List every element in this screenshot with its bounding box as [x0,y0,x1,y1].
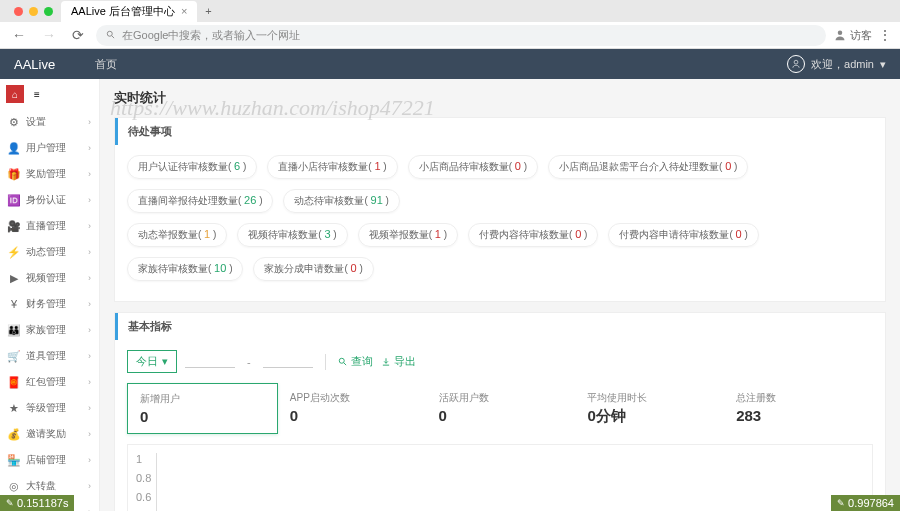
pending-pill[interactable]: 直播小店待审核数量( 1 ) [267,155,397,179]
stat-value: 0 [439,407,564,424]
reload-button[interactable]: ⟳ [68,27,88,43]
sidebar-item-2[interactable]: 🎁奖励管理› [0,161,99,187]
sidebar-toggle-home[interactable]: ⌂ [6,85,24,103]
main-content: 实时统计 待处事项 用户认证待审核数量( 6 )直播小店待审核数量( 1 )小店… [100,79,900,511]
sidebar-toggle-menu[interactable]: ≡ [28,85,46,103]
sidebar-icon: 💰 [8,428,20,440]
pending-pill[interactable]: 视频举报数量( 1 ) [358,223,458,247]
maximize-window-icon[interactable] [44,7,53,16]
stat-value: 0分钟 [587,407,712,426]
pending-pill[interactable]: 用户认证待审核数量( 6 ) [127,155,257,179]
chevron-right-icon: › [88,195,91,205]
browser-chrome: AALive 后台管理中心 × + ← → ⟳ 在Google中搜索，或者输入一… [0,0,900,49]
metrics-toolbar: 今日 ▾ - 查询 导出 [127,350,873,373]
chevron-right-icon: › [88,273,91,283]
chart-area [156,453,864,511]
chevron-right-icon: › [88,117,91,127]
sidebar-icon: ¥ [8,298,20,310]
stat-box[interactable]: 新增用户0 [127,383,278,434]
sidebar-item-label: 用户管理 [26,141,82,155]
stat-value: 0 [290,407,415,424]
sidebar-item-4[interactable]: 🎥直播管理› [0,213,99,239]
sidebar-item-label: 动态管理 [26,245,82,259]
sidebar-item-0[interactable]: ⚙设置› [0,109,99,135]
pending-header: 待处事项 [115,118,885,145]
sidebar-icon: 🛒 [8,350,20,362]
sidebar-item-label: 等级管理 [26,401,82,415]
browser-tab[interactable]: AALive 后台管理中心 × [61,1,197,22]
pending-pill[interactable]: 直播间举报待处理数量( 26 ) [127,189,273,213]
avatar-icon [787,55,805,73]
stat-box[interactable]: 活跃用户数0 [427,383,576,434]
app-header: AALive 首页 欢迎，admin ▾ [0,49,900,79]
close-window-icon[interactable] [14,7,23,16]
sidebar-icon: 🆔 [8,194,20,206]
forward-button[interactable]: → [38,27,60,43]
sidebar-item-9[interactable]: 🛒道具管理› [0,343,99,369]
date-range-select[interactable]: 今日 ▾ [127,350,177,373]
date-from-input[interactable] [185,356,235,368]
sidebar-item-5[interactable]: ⚡动态管理› [0,239,99,265]
pending-pill[interactable]: 家族分成申请数量( 0 ) [253,257,373,281]
address-input[interactable]: 在Google中搜索，或者输入一个网址 [96,25,826,46]
stat-label: 新增用户 [140,392,265,406]
minimize-window-icon[interactable] [29,7,38,16]
pending-pill[interactable]: 小店商品待审核数量( 0 ) [408,155,538,179]
stat-box[interactable]: APP启动次数0 [278,383,427,434]
sidebar-item-10[interactable]: 🧧红包管理› [0,369,99,395]
address-placeholder: 在Google中搜索，或者输入一个网址 [122,28,300,43]
sidebar-icon: ◎ [8,480,20,492]
export-icon [381,357,391,367]
stat-box[interactable]: 总注册数283 [724,383,873,434]
pending-pill[interactable]: 视频待审核数量( 3 ) [237,223,347,247]
nav-home[interactable]: 首页 [95,57,117,72]
brand-logo[interactable]: AALive [14,57,55,72]
sidebar-item-label: 红包管理 [26,375,82,389]
svg-line-5 [343,362,346,365]
pending-pill[interactable]: 付费内容申请待审核数量( 0 ) [608,223,758,247]
sidebar-item-label: 身份认证 [26,193,82,207]
back-button[interactable]: ← [8,27,30,43]
chevron-down-icon: ▾ [162,355,168,368]
window-controls[interactable] [6,7,61,16]
svg-point-3 [794,60,798,64]
new-tab-button[interactable]: + [197,5,219,17]
sidebar-item-12[interactable]: 💰邀请奖励› [0,421,99,447]
date-separator: - [243,356,255,368]
browser-user-button[interactable]: 访客 [834,28,872,43]
pending-pill[interactable]: 动态待审核数量( 91 ) [283,189,399,213]
sidebar-item-11[interactable]: ★等级管理› [0,395,99,421]
sidebar-icon: ⚡ [8,246,20,258]
sidebar-item-7[interactable]: ¥财务管理› [0,291,99,317]
sidebar-item-label: 家族管理 [26,323,82,337]
sidebar-item-1[interactable]: 👤用户管理› [0,135,99,161]
sidebar-item-6[interactable]: ▶视频管理› [0,265,99,291]
pending-pill[interactable]: 小店商品退款需平台介入待处理数量( 0 ) [548,155,748,179]
sidebar-icon: 🎁 [8,168,20,180]
pending-pill[interactable]: 家族待审核数量( 10 ) [127,257,243,281]
close-tab-icon[interactable]: × [181,5,187,17]
stat-box[interactable]: 平均使用时长0分钟 [575,383,724,434]
pending-pill[interactable]: 付费内容待审核数量( 0 ) [468,223,598,247]
sidebar-icon: ▶ [8,272,20,284]
sidebar-item-3[interactable]: 🆔身份认证› [0,187,99,213]
svg-point-0 [107,31,112,36]
svg-point-2 [838,31,843,36]
chevron-right-icon: › [88,403,91,413]
page-title: 实时统计 [114,89,886,107]
metrics-header: 基本指标 [115,313,885,340]
user-menu[interactable]: 欢迎，admin ▾ [787,55,886,73]
export-button[interactable]: 导出 [381,354,416,369]
pending-pill[interactable]: 动态举报数量( 1 ) [127,223,227,247]
chevron-right-icon: › [88,351,91,361]
stat-value: 0 [140,408,265,425]
browser-menu-button[interactable]: ⋮ [878,27,892,43]
search-button[interactable]: 查询 [338,354,373,369]
date-to-input[interactable] [263,356,313,368]
sidebar: ⌂ ≡ ⚙设置›👤用户管理›🎁奖励管理›🆔身份认证›🎥直播管理›⚡动态管理›▶视… [0,79,100,511]
sidebar-item-13[interactable]: 🏪店铺管理› [0,447,99,473]
sidebar-icon: 👪 [8,324,20,336]
stat-label: 总注册数 [736,391,861,405]
sidebar-item-8[interactable]: 👪家族管理› [0,317,99,343]
svg-line-1 [112,36,115,39]
